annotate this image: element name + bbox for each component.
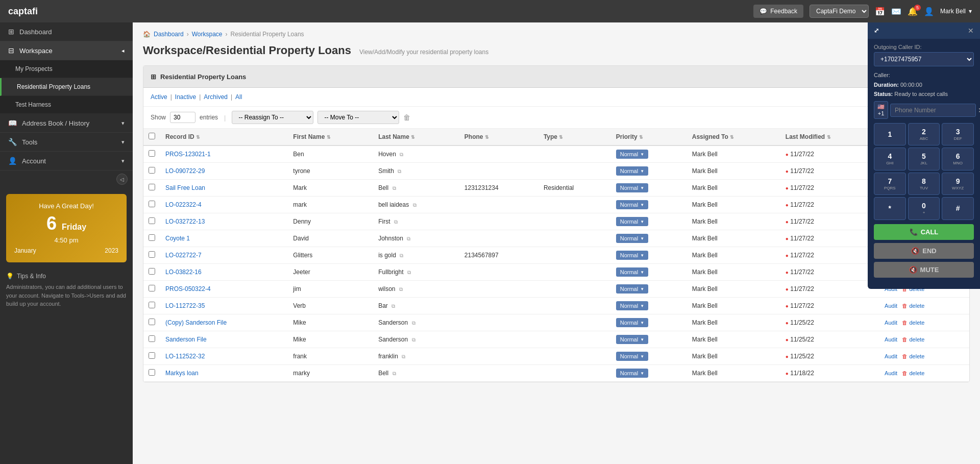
- row-checkbox-9[interactable]: [149, 302, 155, 308]
- user-menu[interactable]: Mark Bell ▾: [940, 8, 972, 15]
- record-id-link-7[interactable]: LO-03822-16: [165, 268, 202, 276]
- row-checkbox-8[interactable]: [149, 285, 155, 291]
- row-checkbox-0[interactable]: [149, 150, 155, 157]
- row-checkbox-1[interactable]: [149, 167, 155, 174]
- priority-dropdown-1[interactable]: Normal: [616, 166, 648, 176]
- record-id-link-13[interactable]: Markys loan: [165, 370, 199, 377]
- record-id-link-4[interactable]: LO-032722-13: [165, 218, 205, 225]
- copy-icon-8[interactable]: ⧉: [399, 286, 403, 292]
- col-type[interactable]: Type ⇅: [538, 129, 611, 145]
- row-checkbox-10[interactable]: [149, 319, 155, 325]
- row-checkbox-5[interactable]: [149, 234, 155, 241]
- col-priority[interactable]: Priority ⇅: [611, 129, 687, 145]
- row-checkbox-11[interactable]: [149, 335, 155, 342]
- copy-icon-11[interactable]: ⧉: [412, 337, 415, 343]
- copy-icon-10[interactable]: ⧉: [412, 320, 415, 326]
- call-button[interactable]: 📞 CALL: [874, 224, 974, 240]
- move-to-select[interactable]: -- Move To --: [317, 111, 399, 124]
- priority-dropdown-13[interactable]: Normal: [616, 369, 648, 378]
- sidebar-item-tools[interactable]: 🔧 Tools ▾: [0, 133, 133, 152]
- col-phone[interactable]: Phone ⇅: [459, 129, 538, 145]
- record-id-link-6[interactable]: LO-022722-7: [165, 252, 202, 259]
- priority-dropdown-2[interactable]: Normal: [616, 183, 648, 192]
- delete-link-10[interactable]: delete: [909, 320, 924, 326]
- filter-archived[interactable]: Archived: [204, 93, 228, 101]
- key-8-button[interactable]: 8TUV: [908, 173, 940, 195]
- col-last-name[interactable]: Last Name ⇅: [373, 129, 459, 145]
- sidebar-item-address-book[interactable]: 📖 Address Book / History ▾: [0, 114, 133, 133]
- copy-icon-13[interactable]: ⧉: [393, 371, 396, 376]
- sidebar-item-my-prospects[interactable]: My Prospects: [0, 60, 133, 78]
- col-assigned-to[interactable]: Assigned To ⇅: [687, 129, 780, 145]
- copy-icon-12[interactable]: ⧉: [402, 354, 405, 359]
- key-*-button[interactable]: *: [874, 197, 906, 219]
- record-id-link-10[interactable]: (Copy) Sanderson File: [165, 319, 227, 326]
- sidebar-item-account[interactable]: 👤 Account ▾: [0, 152, 133, 170]
- sidebar-item-dashboard[interactable]: ⊞ Dashboard: [0, 22, 133, 41]
- row-checkbox-13[interactable]: [149, 369, 155, 376]
- filter-inactive[interactable]: Inactive: [175, 93, 196, 101]
- sidebar-collapse-button[interactable]: ◁: [116, 174, 128, 185]
- calendar-icon[interactable]: 📅: [875, 7, 885, 16]
- reassign-select[interactable]: -- Reassign To --: [232, 111, 313, 124]
- feedback-button[interactable]: 💬 Feedback: [753, 5, 803, 18]
- filter-all[interactable]: All: [235, 93, 242, 101]
- copy-icon-5[interactable]: ⧉: [407, 236, 410, 241]
- logo[interactable]: captafi: [8, 6, 38, 17]
- breadcrumb-dashboard[interactable]: Dashboard: [154, 31, 184, 38]
- record-id-link-2[interactable]: Sail Free Loan: [165, 184, 205, 191]
- row-checkbox-12[interactable]: [149, 352, 155, 359]
- record-id-link-11[interactable]: Sanderson File: [165, 336, 207, 343]
- priority-dropdown-9[interactable]: Normal: [616, 301, 648, 310]
- audit-link-12[interactable]: Audit: [885, 353, 897, 359]
- record-id-link-0[interactable]: PROS-123021-1: [165, 151, 211, 158]
- key-1-button[interactable]: 1: [874, 123, 906, 145]
- key-4-button[interactable]: 4GHI: [874, 148, 906, 170]
- priority-dropdown-0[interactable]: Normal: [616, 150, 648, 159]
- caller-id-select[interactable]: +17027475957: [874, 52, 974, 66]
- copy-icon-0[interactable]: ⧉: [400, 152, 403, 157]
- priority-dropdown-3[interactable]: Normal: [616, 200, 648, 209]
- priority-dropdown-4[interactable]: Normal: [616, 217, 648, 226]
- record-id-link-12[interactable]: LO-112522-32: [165, 353, 205, 360]
- priority-dropdown-10[interactable]: Normal: [616, 318, 648, 327]
- phone-number-input[interactable]: [890, 104, 976, 117]
- sidebar-item-test-harness[interactable]: Test Harness: [0, 96, 133, 114]
- priority-dropdown-11[interactable]: Normal: [616, 335, 648, 344]
- delete-link-9[interactable]: delete: [909, 303, 924, 309]
- delete-link-12[interactable]: delete: [909, 353, 924, 359]
- mute-button[interactable]: 🔇 MUTE: [874, 262, 974, 278]
- audit-link-9[interactable]: Audit: [885, 303, 897, 309]
- copy-icon-3[interactable]: ⧉: [413, 202, 416, 208]
- row-checkbox-4[interactable]: [149, 217, 155, 224]
- clear-phone-button[interactable]: ✕: [978, 106, 980, 114]
- country-flag-button[interactable]: 🇺🇸 +1: [874, 101, 888, 119]
- record-id-link-8[interactable]: PROS-050322-4: [165, 285, 211, 292]
- col-first-name[interactable]: First Name ⇅: [288, 129, 373, 145]
- select-all-checkbox[interactable]: [149, 133, 155, 139]
- delete-link-13[interactable]: delete: [909, 370, 924, 376]
- record-id-link-5[interactable]: Coyote 1: [165, 235, 190, 242]
- key-7-button[interactable]: 7PQRS: [874, 173, 906, 195]
- key-3-button[interactable]: 3DEF: [942, 123, 974, 145]
- row-checkbox-2[interactable]: [149, 184, 155, 190]
- sidebar-item-residential-loans[interactable]: Residential Property Loans: [0, 78, 133, 96]
- record-id-link-1[interactable]: LO-090722-29: [165, 167, 205, 175]
- priority-dropdown-6[interactable]: Normal: [616, 251, 648, 260]
- row-checkbox-3[interactable]: [149, 201, 155, 207]
- record-id-link-3[interactable]: LO-022322-4: [165, 201, 202, 208]
- copy-icon-7[interactable]: ⧉: [407, 270, 411, 275]
- dialer-close-button[interactable]: ✕: [968, 27, 974, 35]
- priority-dropdown-7[interactable]: Normal: [616, 267, 648, 277]
- key-6-button[interactable]: 6MNO: [942, 148, 974, 170]
- row-checkbox-6[interactable]: [149, 251, 155, 258]
- key-5-button[interactable]: 5JKL: [908, 148, 940, 170]
- audit-link-13[interactable]: Audit: [885, 370, 897, 376]
- filter-active[interactable]: Active: [151, 93, 167, 101]
- priority-dropdown-12[interactable]: Normal: [616, 352, 648, 361]
- row-checkbox-7[interactable]: [149, 268, 155, 275]
- record-id-link-9[interactable]: LO-112722-35: [165, 302, 205, 309]
- key-#-button[interactable]: #: [942, 197, 974, 219]
- copy-icon-2[interactable]: ⧉: [393, 185, 396, 191]
- key-0-button[interactable]: 0+: [908, 197, 940, 219]
